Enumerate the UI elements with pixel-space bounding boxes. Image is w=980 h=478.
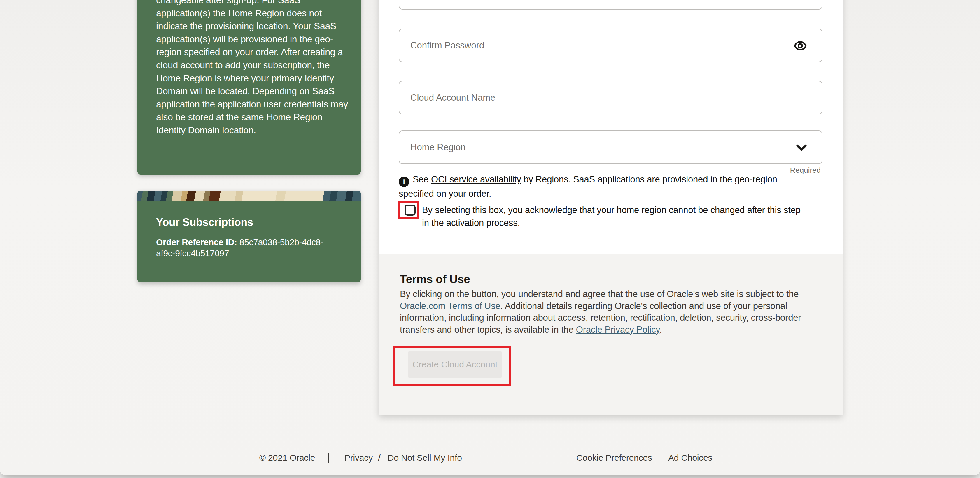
acknowledgement-text: By selecting this box, you acknowledge t… — [422, 204, 804, 229]
ad-choices-link[interactable]: Ad Choices — [668, 453, 712, 463]
do-not-sell-link[interactable]: Do Not Sell My Info — [388, 453, 462, 463]
terms-text-1: By clicking on the button, you understan… — [400, 289, 799, 299]
terms-text-3: . — [659, 325, 662, 335]
terms-title: Terms of Use — [400, 273, 470, 286]
subscriptions-title: Your Subscriptions — [156, 216, 253, 228]
oracle-privacy-policy-link[interactable]: Oracle Privacy Policy — [576, 325, 659, 335]
region-info-note: iSee OCI service availability by Regions… — [399, 173, 807, 201]
password-field-partial[interactable] — [399, 0, 822, 10]
footer-slash: / — [378, 452, 381, 463]
copyright-text: © 2021 Oracle — [259, 453, 315, 463]
order-reference: Order Reference ID: 85c7a038-5b2b-4dc8-a… — [156, 237, 340, 259]
info-icon: i — [399, 177, 409, 187]
home-region-info-panel: changeable after sign-up. For SaaS appli… — [137, 0, 361, 175]
subscriptions-panel: Your Subscriptions Order Reference ID: 8… — [137, 191, 361, 282]
create-account-form-panel: Home Region Required iSee OCI service av… — [379, 0, 843, 415]
order-reference-label: Order Reference ID: — [156, 237, 237, 247]
cloud-account-name-input[interactable] — [399, 81, 822, 114]
home-region-placeholder: Home Region — [410, 131, 466, 163]
create-cloud-account-button[interactable]: Create Cloud Account — [408, 351, 502, 378]
chevron-down-icon — [796, 145, 807, 151]
password-input[interactable] — [399, 0, 822, 9]
oracle-terms-of-use-link[interactable]: Oracle.com Terms of Use — [400, 301, 501, 311]
footer-divider: | — [327, 451, 330, 464]
home-region-dropdown[interactable]: Home Region — [399, 131, 822, 164]
eye-icon[interactable] — [794, 40, 807, 51]
info-note-prefix: See — [413, 174, 431, 185]
tapestry-banner-image — [137, 191, 361, 201]
confirm-password-field[interactable] — [399, 29, 822, 62]
privacy-link[interactable]: Privacy — [344, 453, 373, 463]
confirm-password-input[interactable] — [399, 29, 822, 62]
cloud-account-name-field[interactable] — [399, 81, 822, 115]
oci-service-availability-link[interactable]: OCI service availability — [431, 174, 521, 185]
page-background: changeable after sign-up. For SaaS appli… — [0, 0, 980, 475]
home-region-acknowledge-checkbox[interactable] — [404, 205, 415, 216]
terms-paragraph: By clicking on the button, you understan… — [400, 288, 829, 336]
cookie-preferences-link[interactable]: Cookie Preferences — [576, 453, 652, 463]
home-region-info-text: changeable after sign-up. For SaaS appli… — [156, 0, 348, 137]
